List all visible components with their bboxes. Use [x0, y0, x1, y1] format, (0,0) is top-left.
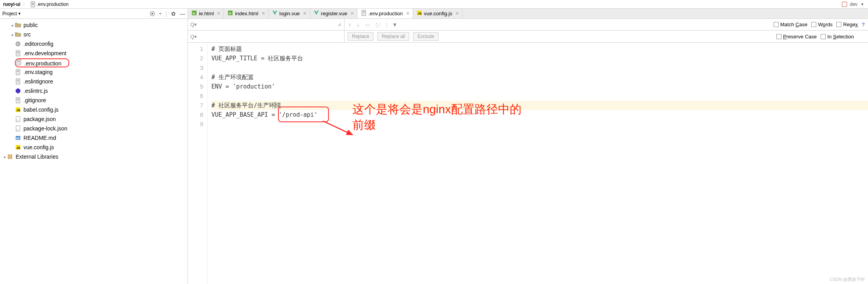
code-line[interactable]: VUE_APP_TITLE = 社区服务平台	[211, 54, 868, 63]
gear-icon[interactable]: ✿	[171, 11, 176, 17]
md-icon: MD	[15, 135, 21, 141]
svg-rect-22	[17, 99, 19, 100]
search-icon: Q▾	[190, 34, 197, 40]
exclude-button[interactable]: Exclude	[413, 32, 439, 41]
svg-rect-33	[8, 154, 9, 159]
replace-input[interactable]	[198, 34, 342, 40]
next-match-icon[interactable]: ↓	[356, 22, 360, 28]
external-libraries[interactable]: ▸External Libraries	[0, 152, 188, 161]
close-icon[interactable]: ✕	[262, 11, 265, 16]
find-replace-bar: Q▾ ↲ Q▾ ↑ ↓ ▭ ▯⫶ | ▼ Match	[188, 19, 868, 43]
run-config-selector[interactable]: dev ▼	[841, 1, 865, 7]
breadcrumb-project[interactable]: ruoyi-ui	[3, 2, 20, 7]
editor-tab[interactable]: Hindex.html✕	[224, 9, 268, 18]
js-icon: JS	[15, 144, 21, 150]
words-checkbox[interactable]: Words	[811, 22, 832, 27]
svg-rect-4	[842, 2, 847, 7]
file-icon	[30, 1, 36, 7]
tree-item[interactable]: .env.development	[0, 49, 188, 58]
chevron-down-icon: ▼	[861, 2, 864, 6]
project-panel-title[interactable]: Project ▼	[2, 11, 21, 16]
svg-rect-42	[363, 12, 365, 13]
editor-tabs: Hie.html✕Hindex.html✕login.vue✕register.…	[188, 9, 868, 19]
breadcrumb-file[interactable]: .env.production	[30, 1, 69, 7]
tree-item[interactable]: .env.production	[0, 58, 188, 67]
svg-rect-35	[11, 154, 12, 159]
close-icon[interactable]: ✕	[217, 11, 220, 16]
svg-marker-19	[16, 88, 20, 94]
tree-item[interactable]: { }package.json	[0, 114, 188, 124]
svg-text:JS: JS	[16, 109, 20, 112]
tree-item[interactable]: ▸src	[0, 30, 188, 39]
editor-tab[interactable]: JSvue.config.js✕	[413, 9, 462, 18]
select-all-icon[interactable]: ▭	[364, 22, 371, 28]
tree-item[interactable]: .eslintignore	[0, 77, 188, 86]
filter-icon[interactable]: ▼	[391, 22, 398, 28]
file-icon	[361, 10, 367, 17]
watermark: CSDN @君故于时	[830, 277, 865, 282]
html-icon: H	[191, 10, 197, 17]
html-icon: H	[227, 10, 233, 17]
locate-icon[interactable]: ⦿	[150, 11, 155, 17]
tree-item[interactable]: .gitignore	[0, 96, 188, 105]
project-tree[interactable]: ▸public▸src.editorconfig.env.development…	[0, 19, 188, 163]
vue-icon	[272, 10, 278, 17]
svg-text:MD: MD	[16, 137, 20, 139]
line-gutter: 123456789	[188, 43, 208, 284]
svg-rect-20	[16, 98, 20, 103]
minimize-icon[interactable]: —	[180, 11, 185, 17]
file-icon	[15, 69, 21, 75]
close-icon[interactable]: ✕	[406, 11, 410, 16]
svg-point-6	[17, 43, 19, 45]
close-icon[interactable]: ✕	[303, 11, 307, 16]
add-selection-icon[interactable]: ▯⫶	[375, 22, 382, 28]
code-line[interactable]: # 页面标题	[211, 44, 868, 54]
tree-item[interactable]: MDREADME.md	[0, 133, 188, 143]
svg-rect-41	[363, 11, 365, 12]
newline-icon[interactable]: ↲	[337, 22, 342, 27]
svg-line-45	[323, 121, 352, 135]
tree-item[interactable]: JSbabel.config.js	[0, 105, 188, 114]
tree-item[interactable]: .env.staging	[0, 67, 188, 77]
svg-rect-21	[17, 99, 19, 99]
search-input[interactable]	[198, 22, 337, 27]
tree-item[interactable]: JSvue.config.js	[0, 143, 188, 152]
replace-all-button[interactable]: Replace all	[377, 32, 409, 41]
file-icon	[16, 59, 22, 65]
tree-item[interactable]: ▸public	[0, 20, 188, 30]
folder-icon	[15, 22, 21, 28]
file-icon	[15, 78, 21, 85]
annotation-arrow	[321, 119, 356, 139]
svg-text:H: H	[229, 12, 231, 15]
collapse-icon[interactable]: ÷	[159, 11, 162, 17]
prev-match-icon[interactable]: ↑	[348, 22, 352, 28]
in-selection-checkbox[interactable]: In Selection	[821, 34, 854, 40]
editor-tab[interactable]: register.vue✕	[310, 9, 357, 18]
svg-rect-40	[362, 10, 366, 16]
code-editor[interactable]: 123456789 这个是将会是nginx配置路径中的 前缀 # 页面标题VUE…	[188, 43, 868, 284]
svg-rect-14	[17, 71, 19, 71]
js-icon: JS	[15, 107, 21, 113]
tree-item[interactable]: { }package-lock.json	[0, 124, 188, 133]
tree-item[interactable]: .eslintrc.js	[0, 86, 188, 96]
code-line[interactable]: # 生产环境配置	[211, 72, 868, 82]
replace-button[interactable]: Replace	[348, 32, 374, 41]
code-lines[interactable]: 这个是将会是nginx配置路径中的 前缀 # 页面标题VUE_APP_TITLE…	[208, 43, 868, 284]
editor-tab[interactable]: login.vue✕	[269, 9, 310, 18]
tree-item[interactable]: .editorconfig	[0, 39, 188, 49]
help-icon[interactable]: ?	[862, 22, 865, 27]
svg-rect-1	[32, 3, 34, 3]
preserve-case-checkbox[interactable]: Preserve Case	[776, 34, 817, 40]
svg-rect-3	[32, 4, 34, 5]
code-line[interactable]	[211, 91, 868, 101]
code-line[interactable]	[211, 63, 868, 72]
close-icon[interactable]: ✕	[455, 11, 459, 16]
code-line[interactable]: ENV = 'production'	[211, 82, 868, 91]
regex-checkbox[interactable]: Regex	[836, 22, 858, 27]
close-icon[interactable]: ✕	[350, 11, 354, 16]
svg-text:{ }: { }	[16, 128, 19, 131]
svg-text:H: H	[193, 12, 195, 15]
editor-tab[interactable]: Hie.html✕	[188, 9, 224, 18]
match-case-checkbox[interactable]: Match Case	[774, 22, 807, 27]
editor-tab[interactable]: .env.production✕	[357, 9, 413, 18]
